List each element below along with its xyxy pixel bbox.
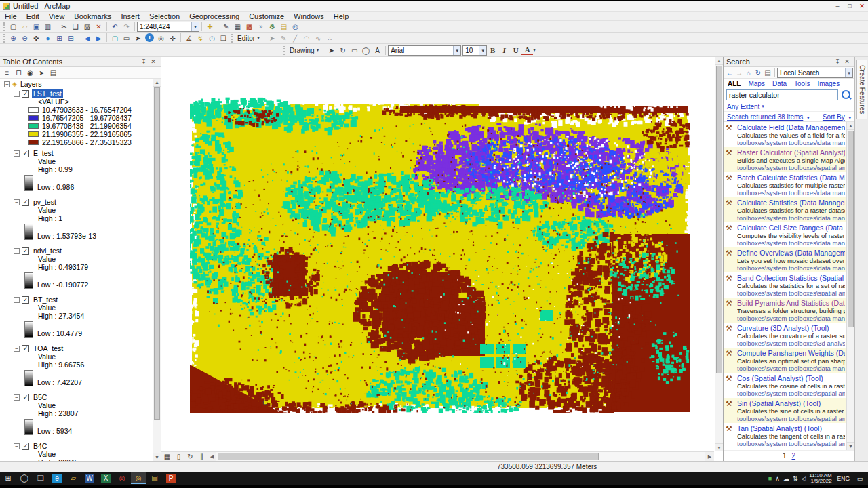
maximize-button[interactable]: □ xyxy=(844,1,856,11)
toc-scrollbar[interactable]: ▲ ▼ xyxy=(153,79,161,461)
chevron-down-icon[interactable]: ▾ xyxy=(191,22,199,31)
time-slider-icon[interactable]: ◷ xyxy=(206,33,218,43)
scroll-up-icon[interactable]: ▲ xyxy=(847,122,854,130)
model-builder-icon[interactable]: ⚙ xyxy=(267,22,278,32)
action-center-icon[interactable]: ▭ xyxy=(855,475,865,482)
result-path[interactable]: toolboxes\system toolboxes\spatial anal.… xyxy=(737,440,845,447)
list-by-drawing-order-icon[interactable]: ≡ xyxy=(1,68,13,78)
expander-icon[interactable]: − xyxy=(14,248,20,254)
tab-tools[interactable]: Tools xyxy=(794,80,810,87)
search-back-icon[interactable]: ← xyxy=(725,68,734,78)
select-elements-icon[interactable]: ➤ xyxy=(132,33,144,43)
font-i-button[interactable]: I xyxy=(498,45,510,56)
result-path[interactable]: toolboxes\system toolboxes\spatial anal.… xyxy=(737,415,845,422)
trace-icon[interactable]: ∿ xyxy=(313,33,324,43)
expander-icon[interactable]: − xyxy=(14,150,20,157)
layer-name[interactable]: BT_test xyxy=(32,296,59,304)
layer-checkbox[interactable]: ✓ xyxy=(22,90,29,98)
layer-name[interactable]: B4C xyxy=(32,442,48,450)
map-raster[interactable] xyxy=(190,95,690,413)
catalog-window-icon[interactable]: ▤ xyxy=(278,22,290,32)
map-view[interactable]: ▲ ▼ ▦▯↻∥ ◀ ▶ xyxy=(161,57,723,461)
result-title[interactable]: Curvature (3D Analyst) (Tool) xyxy=(737,324,845,332)
layer-checkbox[interactable]: ✓ xyxy=(22,296,29,304)
font-u-button[interactable]: U xyxy=(510,45,521,56)
result-path[interactable]: toolboxes\system toolboxes\spatial anal.… xyxy=(737,390,845,396)
chrome-icon[interactable]: ◎ xyxy=(115,472,130,484)
result-title[interactable]: Define Overviews (Data Managemen... xyxy=(737,249,845,257)
menu-file[interactable]: File xyxy=(0,12,22,20)
hidden-icons-chevron[interactable]: ∧ xyxy=(775,475,780,482)
editor-menu-button[interactable]: Editor ▾ xyxy=(235,33,262,43)
search-scrollbar[interactable]: ▲ ▼ xyxy=(846,122,854,450)
result-path[interactable]: toolboxes\system toolboxes\data manag... xyxy=(737,139,845,146)
layer-checkbox[interactable]: ✓ xyxy=(22,150,29,157)
result-title[interactable]: Tan (Spatial Analyst) (Tool) xyxy=(737,424,845,432)
cortana-search-icon[interactable]: ◯ xyxy=(17,472,32,484)
map-scale-combo[interactable]: 1:248,424 ▾ xyxy=(137,22,199,32)
onedrive-icon[interactable]: ☁ xyxy=(783,475,789,482)
search-index-icon[interactable]: ▤ xyxy=(763,68,772,78)
zoom-out-icon[interactable]: ⊖ xyxy=(19,33,31,43)
page-2[interactable]: 2 xyxy=(792,452,796,460)
close-icon[interactable]: ✕ xyxy=(842,58,852,65)
edit-sketch-icon[interactable]: ✎ xyxy=(278,33,290,43)
list-by-selection-icon[interactable]: ➤ xyxy=(36,68,47,78)
search-result-item[interactable]: ⚒Calculate Field (Data Management) (...C… xyxy=(724,122,847,147)
expander-icon[interactable]: − xyxy=(4,81,10,87)
result-path[interactable]: toolboxes\system toolboxes\3d analyst t.… xyxy=(737,340,845,346)
expander-icon[interactable]: − xyxy=(14,394,20,401)
toolbar-grip[interactable] xyxy=(231,34,233,43)
expander-icon[interactable]: − xyxy=(14,91,20,97)
list-by-visibility-icon[interactable]: ◉ xyxy=(24,68,36,78)
search-result-item[interactable]: ⚒Calculate Statistics (Data Manageme...C… xyxy=(724,197,847,222)
chevron-down-icon[interactable]: ▾ xyxy=(845,68,852,77)
result-title[interactable]: Raster Calculator (Spatial Analyst) (... xyxy=(737,148,845,157)
rectangle-tool-icon[interactable]: ▭ xyxy=(349,45,360,56)
layer-name[interactable]: B5C xyxy=(32,393,48,401)
undo-icon[interactable]: ↶ xyxy=(109,22,121,32)
scrollbar-thumb[interactable] xyxy=(154,87,160,420)
straight-segment-icon[interactable]: ╱ xyxy=(290,33,301,43)
paste-icon[interactable]: ▨ xyxy=(81,22,93,32)
expander-icon[interactable]: − xyxy=(14,297,20,303)
layer-name[interactable]: TOA_test xyxy=(32,344,64,352)
search-icon[interactable] xyxy=(840,89,852,101)
chevron-down-icon[interactable]: ▾ xyxy=(533,47,536,53)
clear-selection-icon[interactable]: ▭ xyxy=(121,33,132,43)
cut-icon[interactable]: ✂ xyxy=(58,22,70,32)
font-b-button[interactable]: B xyxy=(487,45,498,56)
menu-bookmarks[interactable]: Bookmarks xyxy=(69,12,116,20)
search-input[interactable] xyxy=(726,89,838,100)
save-icon[interactable]: ▣ xyxy=(31,22,42,32)
layer-checkbox[interactable]: ✓ xyxy=(22,345,29,352)
pause-drawing-button[interactable]: ∥ xyxy=(196,451,208,461)
language-indicator[interactable]: ENG xyxy=(835,475,852,482)
print-icon[interactable]: ▥ xyxy=(42,22,54,32)
toc-options-icon[interactable]: ▤ xyxy=(47,68,59,78)
forward-extent-icon[interactable]: ▶ xyxy=(93,33,104,43)
text-tool-icon[interactable]: A xyxy=(372,45,383,56)
font-family-combo[interactable]: Arial ▾ xyxy=(388,45,461,56)
result-path[interactable]: toolboxes\system toolboxes\data manag... xyxy=(737,214,845,221)
full-extent-icon[interactable]: ● xyxy=(42,33,54,43)
select-elements-tool-icon[interactable]: ➤ xyxy=(326,45,337,56)
arctoolbox-icon[interactable]: ▩ xyxy=(243,22,255,32)
search-result-item[interactable]: ⚒Cos (Spatial Analyst) (Tool)Calculates … xyxy=(724,373,847,398)
hyperlink-icon[interactable]: ↯ xyxy=(195,33,206,43)
search-result-item[interactable]: ⚒Batch Calculate Statistics (Data Man...… xyxy=(724,172,847,197)
circle-tool-icon[interactable]: ◯ xyxy=(360,45,372,56)
toolbar-grip[interactable] xyxy=(3,34,5,43)
python-window-icon[interactable]: » xyxy=(255,22,267,32)
back-extent-icon[interactable]: ◀ xyxy=(81,33,93,43)
network-icon[interactable]: ⇅ xyxy=(793,475,798,482)
identify-icon[interactable]: i xyxy=(145,33,154,42)
search-result-item[interactable]: ⚒Curvature (3D Analyst) (Tool)Calculates… xyxy=(724,323,847,348)
close-icon[interactable]: ✕ xyxy=(149,58,158,65)
viewer-window-icon[interactable]: ❏ xyxy=(218,33,229,43)
add-data-icon[interactable]: ✚ xyxy=(204,22,216,32)
layer-name[interactable]: LST_test xyxy=(32,89,63,98)
task-view-icon[interactable]: ❏ xyxy=(33,472,48,484)
scroll-up-icon[interactable]: ▲ xyxy=(153,79,161,87)
tab-data[interactable]: Data xyxy=(772,80,787,87)
